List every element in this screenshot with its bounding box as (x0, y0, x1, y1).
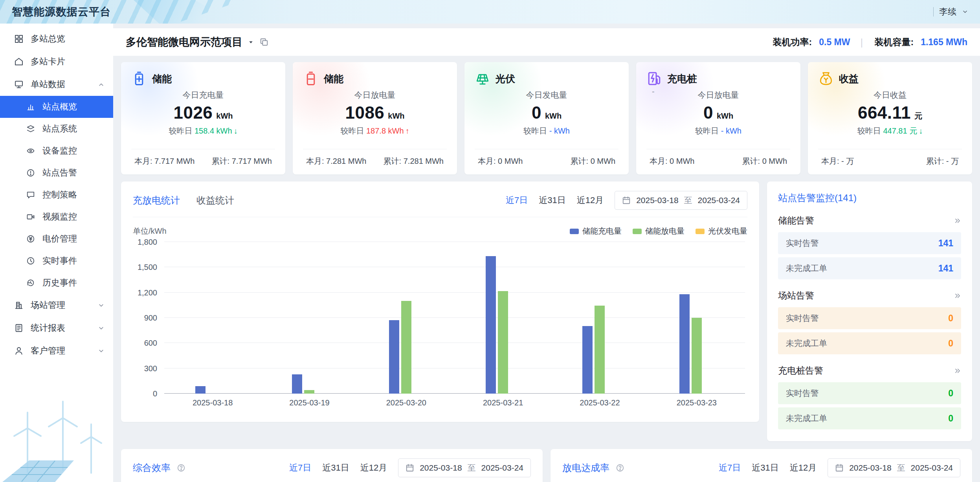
question-icon[interactable] (616, 464, 624, 472)
sidebar-item-multi-overview[interactable]: 多站总览 (0, 27, 113, 50)
bar-group: 2025-03-23 (648, 242, 745, 412)
sidebar-subitem-video-monitoring[interactable]: 视频监控 (0, 206, 113, 228)
sidebar-item-station-management[interactable]: 场站管理 (0, 294, 113, 317)
sidebar-subitem-label: 站点概览 (42, 101, 77, 113)
alarm-row[interactable]: 实时告警0 (778, 382, 961, 404)
alarm-icon (25, 167, 36, 178)
bar-storage-discharge (401, 301, 411, 394)
tab-revenue[interactable]: 收益统计 (196, 194, 234, 207)
sidebar-subitem-realtime-events[interactable]: 实时事件 (0, 250, 113, 272)
strategy-icon (25, 189, 36, 200)
card-head: 储能 (303, 71, 447, 86)
filter-last-31-days[interactable]: 近31日 (539, 194, 565, 206)
project-name[interactable]: 多伦智能微电网示范项目 (126, 35, 242, 49)
discharge-date-range[interactable]: 2025-03-18 至 2025-03-24 (828, 458, 960, 477)
filter-last-12-months[interactable]: 近12月 (577, 194, 604, 206)
user-area[interactable]: 李续 (933, 6, 968, 18)
total-stat: 累计: - 万 (926, 156, 959, 167)
installed-capacity-value: 1.165 MWh (921, 37, 967, 48)
alarm-row[interactable]: 未完成工单141 (778, 257, 961, 279)
x-tick-label: 2025-03-21 (455, 394, 551, 412)
date-to: 2025-03-24 (698, 196, 740, 205)
report-icon (13, 323, 24, 334)
card-head: 储能 (131, 71, 275, 86)
compare-label: 较昨日 (340, 126, 366, 135)
card-compare: 较昨日 447.81 元↓ (818, 126, 962, 136)
bar-storage-charge (486, 256, 496, 394)
bar-storage-discharge (692, 318, 702, 394)
tab-discharge-rate[interactable]: 放电达成率 (562, 462, 609, 474)
installed-capacity-label: 装机容量: (874, 36, 914, 48)
card-unit: 元 (914, 112, 922, 120)
bar-storage-charge (292, 374, 302, 394)
card-unit: kWh (216, 112, 233, 120)
sidebar-subitem-label: 站点告警 (42, 167, 77, 179)
top-header: 智慧能源数据云平台 李续 (0, 0, 980, 24)
sidebar-item-statistics-report[interactable]: 统计报表 (0, 317, 113, 339)
compare-label: 较昨日 (523, 126, 549, 135)
sidebar-subitem-history-events[interactable]: 历史事件 (0, 272, 113, 294)
sidebar-item-label: 统计报表 (31, 322, 65, 334)
bars (164, 242, 261, 394)
chevron-up-icon (98, 81, 105, 88)
alarm-panel-title[interactable]: 站点告警监控(141) (778, 192, 961, 204)
copy-icon[interactable] (259, 37, 269, 47)
filter-last-31-days[interactable]: 近31日 (752, 462, 778, 474)
sidebar-item-customer-management[interactable]: 客户管理 (0, 339, 113, 362)
efficiency-date-range[interactable]: 2025-03-18 至 2025-03-24 (398, 458, 531, 477)
date-separator: 至 (468, 462, 476, 473)
caret-down-icon[interactable] (248, 39, 254, 45)
filter-last-12-months[interactable]: 近12月 (360, 462, 387, 474)
legend-item-storage-charge[interactable]: 储能充电量 (570, 226, 622, 236)
stat-card-revenue: 收益今日收益664.11元较昨日 447.81 元↓本月: - 万累计: - 万 (808, 62, 972, 174)
alarm-row[interactable]: 实时告警0 (778, 307, 961, 329)
trend-down-icon: ↓ (919, 126, 923, 135)
sidebar-subitem-device-monitoring[interactable]: 设备监控 (0, 140, 113, 162)
tab-efficiency[interactable]: 综合效率 (133, 462, 171, 474)
chart-date-range[interactable]: 2025-03-18 至 2025-03-24 (615, 191, 747, 210)
sidebar-item-single-station-data[interactable]: 单站数据 (0, 73, 113, 96)
alarm-row-label: 未完成工单 (786, 263, 827, 274)
alarm-row-value: 141 (938, 238, 953, 249)
tab-charge-discharge[interactable]: 充放电统计 (133, 194, 180, 207)
double-arrow-icon[interactable] (954, 367, 961, 374)
date-separator: 至 (897, 462, 905, 473)
sidebar-subitem-control-strategy[interactable]: 控制策略 (0, 184, 113, 206)
alarm-row[interactable]: 未完成工单0 (778, 332, 961, 354)
chevron-down-icon (98, 348, 105, 354)
sidebar-item-multi-cards[interactable]: 多站卡片 (0, 50, 113, 73)
alarm-row[interactable]: 未完成工单0 (778, 407, 961, 429)
y-tick-label: 1,200 (138, 288, 157, 297)
double-arrow-icon[interactable] (954, 292, 961, 299)
bars (455, 242, 551, 394)
device-monitor-icon (25, 145, 36, 156)
filter-last-7-days[interactable]: 近7日 (289, 462, 311, 474)
total-stat: 累计: 0 MWh (571, 156, 615, 167)
sidebar-item-label: 多站总览 (31, 33, 65, 45)
question-icon[interactable] (177, 464, 185, 472)
card-subtitle: 今日发电量 (475, 90, 618, 101)
double-arrow-icon[interactable] (954, 217, 961, 224)
month-stat: 本月: 7.717 MWh (134, 156, 195, 167)
alarm-row[interactable]: 实时告警141 (778, 232, 961, 254)
sidebar-subitem-site-system[interactable]: 站点系统 (0, 118, 113, 140)
installed-power-label: 装机功率: (773, 36, 812, 48)
filter-last-12-months[interactable]: 近12月 (790, 462, 817, 474)
install-stats: 装机功率: 0.5 MW ｜ 装机容量: 1.165 MWh (773, 36, 967, 48)
filter-last-7-days[interactable]: 近7日 (719, 462, 741, 474)
card-compare: 较昨日 158.4 kWh↓ (131, 126, 275, 136)
card-value: 0kWh (646, 103, 790, 123)
legend-item-storage-discharge[interactable]: 储能放电量 (633, 226, 685, 236)
realtime-icon (25, 255, 36, 266)
sidebar-subitem-site-alarm[interactable]: 站点告警 (0, 162, 113, 184)
income-icon (818, 71, 834, 86)
filter-last-7-days[interactable]: 近7日 (506, 194, 528, 206)
legend-item-pv-generation[interactable]: 光伏发电量 (696, 226, 747, 236)
sidebar-subitem-price-management[interactable]: 电价管理 (0, 228, 113, 250)
total-stat: 累计: 0 MWh (742, 156, 787, 167)
filter-last-31-days[interactable]: 近31日 (322, 462, 349, 474)
bar-group: 2025-03-18 (164, 242, 261, 412)
total-stat: 累计: 7.717 MWh (212, 156, 272, 167)
card-value: 1026kWh (131, 103, 275, 123)
sidebar-subitem-site-overview[interactable]: 站点概览 (0, 96, 113, 118)
